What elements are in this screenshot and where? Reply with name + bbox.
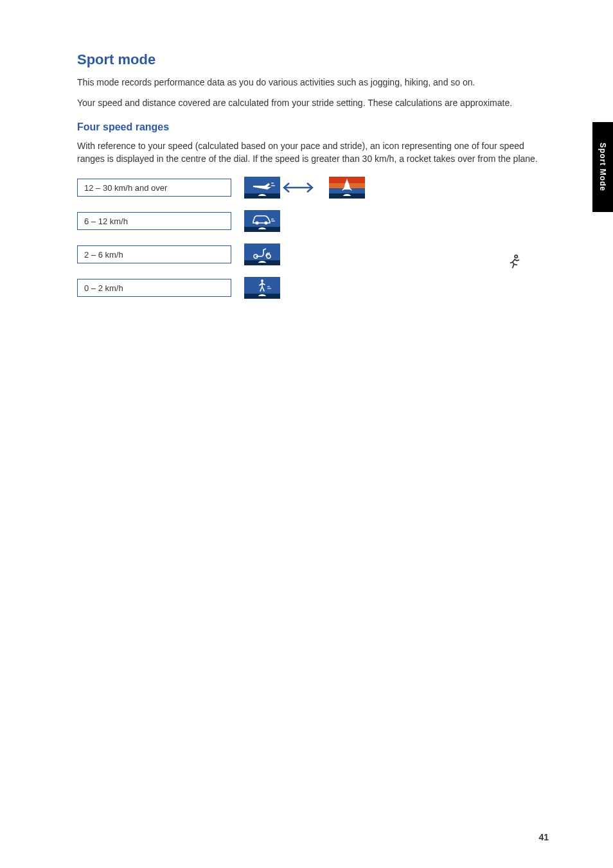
speed-range-row: 6 – 12 km/h	[77, 210, 549, 232]
svg-point-13	[265, 222, 268, 225]
intro-paragraph-2: Your speed and distance covered are calc…	[77, 96, 549, 109]
section-heading: Sport mode	[77, 51, 549, 68]
speed-range-table: 12 – 30 km/h and over	[77, 177, 549, 299]
svg-point-12	[256, 222, 259, 225]
speed-range-label: 6 – 12 km/h	[77, 212, 231, 230]
rocket-icon	[329, 177, 365, 199]
side-tab-sport-mode: Sport Mode	[592, 122, 613, 212]
svg-rect-1	[244, 177, 280, 193]
speed-range-label: 12 – 30 km/h and over	[77, 179, 231, 197]
svg-rect-16	[244, 244, 280, 260]
speed-range-label: 2 – 6 km/h	[77, 245, 231, 263]
speed-range-label: 0 – 2 km/h	[77, 279, 231, 297]
running-person-icon	[506, 254, 523, 270]
plane-icon	[244, 177, 280, 199]
car-icon	[244, 210, 280, 232]
double-arrow-icon	[280, 177, 316, 199]
speed-ranges-paragraph: With reference to your speed (calculated…	[77, 139, 549, 166]
page: Sport Mode Sport mode This mode records …	[0, 0, 613, 868]
speed-range-row: 12 – 30 km/h and over	[77, 177, 549, 199]
walker-icon	[244, 277, 280, 299]
svg-point-0	[515, 255, 517, 258]
svg-rect-10	[244, 210, 280, 227]
intro-paragraph-1: This mode records performance data as yo…	[77, 76, 549, 89]
speed-range-row: 2 – 6 km/h	[77, 244, 549, 265]
page-number: 41	[538, 832, 549, 842]
subheading-four-speed-ranges: Four speed ranges	[77, 121, 549, 133]
speed-range-row: 0 – 2 km/h	[77, 277, 549, 299]
scooter-icon	[244, 244, 280, 265]
